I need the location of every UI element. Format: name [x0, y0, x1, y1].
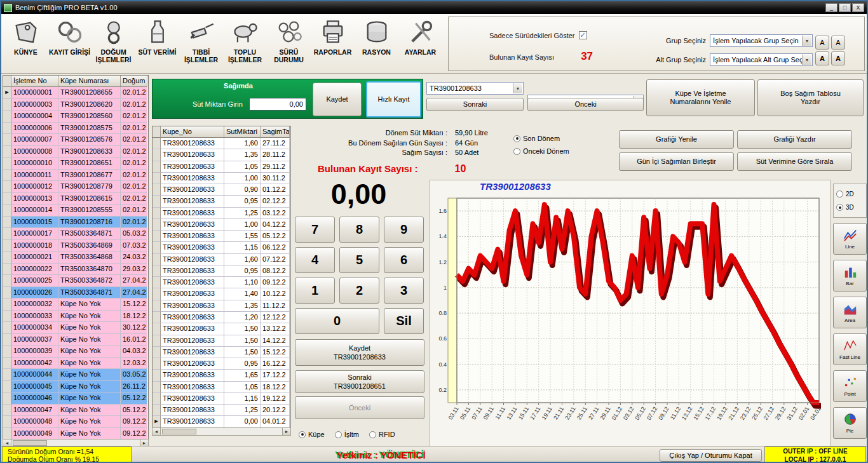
row-selector[interactable] [3, 217, 11, 229]
row-selector[interactable] [3, 287, 11, 299]
row-selector[interactable] [3, 158, 11, 170]
row-selector[interactable] [153, 265, 161, 277]
row-selector[interactable] [153, 219, 161, 231]
print-chart-button[interactable]: Grafiği Yazdır [737, 130, 852, 149]
row-selector[interactable] [153, 323, 161, 335]
row-selector[interactable] [153, 312, 161, 323]
row-selector[interactable] [153, 208, 161, 219]
id-mode-rfid[interactable]: RFID [369, 431, 395, 438]
merge-daily-milkings-button[interactable]: Gün İçi Sağımları Birleştir [619, 152, 734, 171]
subgroup-select[interactable]: İşlem Yapılacak Alt Grup Seçin ▼ [710, 53, 813, 66]
numpad-key-9[interactable]: 9 [384, 217, 424, 243]
row-selector[interactable] [153, 161, 161, 173]
numpad-prev-button[interactable]: Önceki [295, 396, 424, 419]
numpad-next-button[interactable]: Sonraki TR39001208651 [295, 370, 424, 393]
toolbar-button-raporlar[interactable]: RAPORLAR [311, 15, 355, 64]
row-selector[interactable] [3, 381, 11, 393]
row-selector[interactable] [3, 428, 11, 440]
numpad-key-0[interactable]: 0 [295, 308, 379, 334]
chart-type-area-button[interactable]: Area [833, 297, 867, 328]
font-size-button-1[interactable]: A [815, 36, 829, 50]
row-selector[interactable] [3, 170, 11, 182]
toolbar-button-kunye[interactable]: KÜNYE [4, 15, 48, 64]
eartag-select[interactable]: TR39001208633 ▼ [426, 82, 524, 95]
chart-dim-3d[interactable]: 3D [836, 201, 864, 214]
row-selector[interactable] [153, 254, 161, 265]
row-selector[interactable] [153, 347, 161, 358]
row-selector[interactable] [3, 346, 11, 358]
sort-by-yield-button[interactable]: Süt Verimine Göre Sırala [737, 152, 852, 171]
row-selector[interactable] [153, 138, 161, 149]
row-selector[interactable] [153, 173, 161, 184]
period-option-son-donem[interactable]: Son Dönem [513, 132, 569, 145]
toolbar-button-rasyon[interactable]: RASYON [355, 15, 398, 64]
period-option-onceki-donem[interactable]: Önceki Dönem [513, 145, 569, 158]
row-selector[interactable] [153, 196, 161, 207]
numpad-key-1[interactable]: 1 [295, 278, 335, 304]
row-selector[interactable] [3, 123, 11, 135]
chart-type-bar-button[interactable]: Bar [833, 260, 867, 292]
numpad-save-button[interactable]: Kaydet TR39001208633 [295, 339, 424, 366]
numpad-key-sil[interactable]: Sil [384, 308, 424, 334]
logout-button[interactable]: Çıkış Yap / Oturumu Kapat [660, 449, 762, 462]
numpad-key-8[interactable]: 8 [339, 217, 379, 243]
row-selector[interactable] [3, 311, 11, 323]
id-mode-kupe[interactable]: Küpe [299, 431, 325, 438]
row-selector[interactable]: ► [3, 87, 11, 99]
row-selector[interactable] [3, 193, 11, 205]
row-selector[interactable] [3, 111, 11, 123]
row-selector[interactable] [153, 370, 161, 381]
minimize-button[interactable]: _ [825, 3, 837, 12]
row-selector[interactable] [153, 231, 161, 242]
refresh-chart-button[interactable]: Grafiği Yenile [619, 130, 734, 149]
numpad-key-5[interactable]: 5 [339, 247, 379, 273]
font-size-button-2[interactable]: A [831, 36, 845, 50]
toolbar-button-suru-durumu[interactable]: SÜRÜ DURUMU [267, 15, 311, 64]
row-selector[interactable] [3, 240, 11, 252]
row-selector[interactable] [3, 299, 11, 311]
chart-type-line-button[interactable]: Line [833, 223, 867, 255]
toolbar-button-dogum-islemleri[interactable]: DOĞUM İŞLEMLERİ [92, 15, 135, 64]
row-selector[interactable] [3, 252, 11, 264]
toolbar-button-tibbi-islemler[interactable]: TIBBİ İŞLEMLER [179, 15, 223, 64]
id-mode-isltm[interactable]: İşltm [335, 431, 359, 438]
row-selector[interactable] [153, 335, 161, 347]
print-empty-table-button[interactable]: Boş Sağım Tablosu Yazdır [757, 79, 864, 116]
row-selector[interactable] [3, 358, 11, 370]
chart-type-fast-line-button[interactable]: Fast Line [833, 333, 867, 365]
row-selector[interactable] [153, 149, 161, 161]
row-selector[interactable] [153, 405, 161, 416]
maximize-button[interactable]: □ [839, 3, 851, 12]
row-selector[interactable] [153, 184, 161, 196]
chart-dim-2d[interactable]: 2D [836, 187, 864, 201]
numpad-key-4[interactable]: 4 [295, 247, 335, 273]
row-selector[interactable] [3, 134, 11, 146]
row-selector[interactable] [3, 322, 11, 334]
row-selector[interactable] [3, 405, 11, 417]
save-milking-button[interactable]: Kaydet [313, 83, 362, 116]
scroll-left-icon[interactable]: ◄ [153, 428, 161, 435]
row-selector[interactable] [153, 358, 161, 370]
numpad-key-2[interactable]: 2 [339, 278, 379, 304]
next-animal-button[interactable]: Sonraki [426, 98, 524, 111]
quick-save-button[interactable]: Hızlı Kayıt [366, 81, 421, 117]
row-selector[interactable] [3, 181, 11, 193]
row-selector[interactable] [153, 382, 161, 393]
numpad-key-6[interactable]: 6 [384, 247, 424, 273]
numpad-key-7[interactable]: 7 [295, 217, 335, 243]
row-selector[interactable] [3, 264, 11, 276]
group-select[interactable]: İşlem Yapılacak Grup Seçin ▼ [710, 34, 813, 47]
row-selector[interactable] [153, 277, 161, 288]
toolbar-button-kayit-girisi[interactable]: KAYIT GİRİŞİ [48, 15, 92, 64]
toolbar-button-toplu-islemler[interactable]: TOPLU İŞLEMLER [223, 15, 267, 64]
close-button[interactable]: X [852, 3, 864, 12]
row-selector[interactable] [3, 393, 11, 405]
row-selector[interactable] [153, 393, 161, 405]
scroll-thumb[interactable] [162, 429, 196, 434]
row-selector[interactable] [153, 300, 161, 312]
row-selector[interactable]: ► [153, 416, 161, 427]
font-size-button-4[interactable]: A [831, 51, 845, 65]
row-selector[interactable] [3, 275, 11, 287]
row-selector[interactable] [3, 369, 11, 381]
refresh-numbers-button[interactable]: Küpe Ve İşletme Numaralarını Yenile [646, 79, 755, 116]
